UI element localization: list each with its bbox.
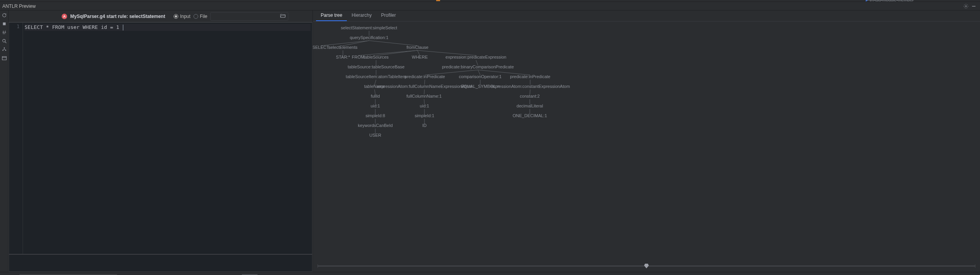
tree-node[interactable]: selectElements bbox=[328, 45, 358, 50]
tree-node[interactable]: constant:2 bbox=[520, 94, 540, 98]
tree-node[interactable]: expression:predicateExpression bbox=[446, 55, 506, 59]
tree-node[interactable]: SELECT bbox=[313, 45, 329, 50]
tree-node[interactable]: querySpecification:1 bbox=[350, 35, 388, 40]
svg-point-7 bbox=[5, 50, 6, 51]
tool-window-title: ANTLR Preview bbox=[2, 4, 36, 9]
radio-input[interactable]: Input bbox=[174, 14, 190, 19]
tree-node[interactable]: selectStatement:simpleSelect bbox=[341, 25, 397, 30]
tree-node[interactable]: comparisonOperator:1 bbox=[459, 74, 501, 79]
code-editor[interactable]: 1 SELECT * FROM user WHERE id = 1 bbox=[9, 22, 312, 254]
tree-node[interactable]: tableSourceItem:atomTableItem bbox=[346, 74, 406, 79]
text-cursor bbox=[123, 25, 123, 30]
editor-content[interactable]: SELECT * FROM user WHERE id = 1 bbox=[23, 23, 312, 254]
tree-icon[interactable] bbox=[0, 46, 8, 54]
bottom-status-strip bbox=[0, 272, 980, 275]
search-icon[interactable] bbox=[0, 37, 8, 45]
svg-line-4 bbox=[5, 42, 6, 43]
tree-node[interactable]: STAR:* bbox=[336, 55, 350, 59]
radio-file[interactable]: File bbox=[194, 14, 207, 19]
stop-icon[interactable] bbox=[0, 20, 8, 28]
tree-node[interactable]: fromClause bbox=[407, 45, 428, 50]
truncated-tree-label: ▸ vh-aid-module-member bbox=[866, 0, 914, 3]
svg-point-3 bbox=[2, 39, 5, 42]
tree-node[interactable]: uid:1 bbox=[420, 104, 429, 108]
tree-node[interactable]: fullId bbox=[371, 94, 380, 98]
minimize-icon[interactable] bbox=[970, 2, 978, 10]
tab-hierarchy[interactable]: Hierarchy bbox=[347, 10, 376, 21]
antlr-grammar-icon: A bbox=[62, 14, 67, 19]
input-pane: A MySqlParser.g4 start rule: selectState… bbox=[9, 11, 313, 272]
tab-profiler[interactable]: Profiler bbox=[376, 10, 401, 21]
file-path-input[interactable] bbox=[210, 12, 288, 21]
folder-open-icon[interactable] bbox=[280, 13, 286, 20]
tool-window-titlebar: ANTLR Preview bbox=[0, 2, 980, 11]
orange-marker bbox=[436, 0, 440, 1]
slider-thumb[interactable] bbox=[644, 264, 649, 268]
tree-node[interactable]: tableSources bbox=[364, 55, 389, 59]
zoom-slider[interactable] bbox=[318, 263, 975, 269]
svg-rect-8 bbox=[2, 57, 6, 60]
tree-node[interactable]: predicate:inPredicate bbox=[405, 74, 445, 79]
svg-point-6 bbox=[2, 50, 4, 51]
tree-node[interactable]: uid:1 bbox=[371, 104, 380, 108]
tree-node[interactable]: USER bbox=[369, 133, 382, 138]
tab-parse-tree[interactable]: Parse tree bbox=[316, 10, 347, 21]
left-toolbar bbox=[0, 11, 9, 272]
tree-node[interactable]: predicate:binaryComparisonPredicate bbox=[442, 64, 514, 69]
svg-point-0 bbox=[965, 5, 967, 7]
tree-node[interactable]: predicate:inPredicate bbox=[510, 74, 550, 79]
svg-point-5 bbox=[4, 47, 5, 48]
top-truncated-strip: ▸ vh-aid-module-member bbox=[0, 0, 980, 2]
line-number: 1 bbox=[9, 24, 20, 29]
parse-tree-canvas[interactable]: selectStatement:simpleSelectquerySpecifi… bbox=[313, 21, 980, 272]
preview-pane: Parse tree Hierarchy Profiler selectStat… bbox=[313, 11, 980, 272]
editor-gutter: 1 bbox=[9, 23, 23, 254]
tree-node[interactable]: simpleId:1 bbox=[415, 113, 434, 118]
radio-input-label: Input bbox=[180, 14, 190, 19]
refresh-icon[interactable] bbox=[0, 11, 8, 19]
tree-node[interactable]: expressionAtom:constantExpressionAtom bbox=[490, 84, 570, 89]
profile-icon[interactable] bbox=[0, 54, 8, 62]
gear-icon[interactable] bbox=[962, 2, 970, 10]
clear-icon[interactable] bbox=[0, 29, 8, 36]
slider-track[interactable] bbox=[318, 266, 975, 266]
radio-file-label: File bbox=[200, 14, 207, 19]
tree-node[interactable]: ONE_DECIMAL:1 bbox=[513, 113, 547, 118]
tree-node[interactable]: tableSource:tableSourceBase bbox=[348, 64, 405, 69]
tree-node[interactable]: keywordsCanBeId bbox=[358, 123, 392, 128]
editor-footer-panel bbox=[9, 254, 312, 272]
tree-node[interactable]: fullColumnName:1 bbox=[407, 94, 442, 98]
svg-rect-2 bbox=[3, 23, 5, 25]
input-header: A MySqlParser.g4 start rule: selectState… bbox=[9, 11, 312, 22]
tree-node[interactable]: simpleId:8 bbox=[366, 113, 385, 118]
code-text: SELECT * FROM user WHERE id = 1 bbox=[25, 24, 122, 30]
tree-node[interactable]: WHERE bbox=[412, 55, 428, 59]
start-rule-label: MySqlParser.g4 start rule: selectStateme… bbox=[70, 14, 165, 19]
preview-tabs: Parse tree Hierarchy Profiler bbox=[313, 11, 980, 21]
tree-node[interactable]: ID bbox=[423, 123, 427, 128]
tree-node[interactable]: FROM bbox=[352, 55, 364, 59]
tree-node[interactable]: decimalLiteral bbox=[517, 104, 543, 108]
tree-node[interactable]: expressionAtom:fullColumnNameExpressionA… bbox=[377, 84, 472, 89]
